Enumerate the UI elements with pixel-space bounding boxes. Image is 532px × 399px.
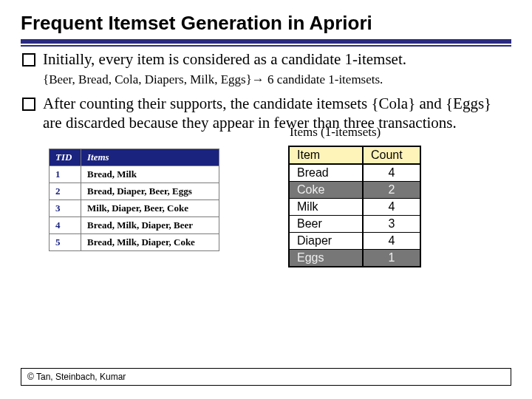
- slide: Frequent Itemset Generation in Apriori I…: [0, 0, 532, 399]
- it-item: Eggs: [289, 250, 363, 267]
- table-row: Bread4: [289, 164, 420, 182]
- table-row: Beer3: [289, 216, 420, 233]
- table-row: 3Milk, Diaper, Beer, Coke: [50, 200, 219, 217]
- it-item: Beer: [289, 216, 363, 233]
- it-item: Milk: [289, 199, 363, 216]
- bullet-marker-icon: [22, 98, 35, 111]
- slide-title: Frequent Itemset Generation in Apriori: [21, 12, 511, 35]
- table-row: 1Bread, Milk: [50, 166, 219, 183]
- bullet-list: Initially, every item is considered as a…: [22, 50, 511, 132]
- tx-items: Milk, Diaper, Beer, Coke: [81, 200, 219, 217]
- bullet-2: After counting their supports, the candi…: [22, 94, 511, 133]
- table-row: 5Bread, Milk, Diaper, Coke: [50, 234, 219, 251]
- items-caption: Items (1-itemsets): [290, 125, 381, 140]
- it-count: 4: [363, 199, 420, 216]
- tx-items: Bread, Diaper, Beer, Eggs: [81, 183, 219, 200]
- bullet-1: Initially, every item is considered as a…: [22, 50, 511, 69]
- it-count: 4: [363, 233, 420, 250]
- tx-tid: 2: [50, 183, 81, 200]
- it-header-item: Item: [289, 146, 363, 164]
- it-count: 4: [363, 164, 420, 182]
- it-item: Bread: [289, 164, 363, 182]
- itemset-table: Item Count Bread4Coke2Milk4Beer3Diaper4E…: [288, 146, 421, 267]
- tx-tid: 1: [50, 166, 81, 183]
- tx-tid: 5: [50, 234, 81, 251]
- tx-tid: 4: [50, 217, 81, 234]
- tx-header-tid: TID: [50, 149, 81, 166]
- it-count: 1: [363, 250, 420, 267]
- tx-items: Bread, Milk: [81, 166, 219, 183]
- footer-credit: © Tan, Steinbach, Kumar: [21, 368, 511, 386]
- it-header-count: Count: [363, 146, 420, 164]
- table-row: 2Bread, Diaper, Beer, Eggs: [50, 183, 219, 200]
- tables-area: Items (1-itemsets) TID Items 1Bread, Mil…: [21, 143, 511, 290]
- table-row: Diaper4: [289, 233, 420, 250]
- bullet-marker-icon: [22, 53, 35, 66]
- table-row: Coke2: [289, 182, 420, 199]
- tx-items: Bread, Milk, Diaper, Coke: [81, 234, 219, 251]
- table-row: Milk4: [289, 199, 420, 216]
- it-count: 3: [363, 216, 420, 233]
- it-count: 2: [363, 182, 420, 199]
- it-item: Diaper: [289, 233, 363, 250]
- table-row: 4Bread, Milk, Diaper, Beer: [50, 217, 219, 234]
- tx-items: Bread, Milk, Diaper, Beer: [81, 217, 219, 234]
- it-item: Coke: [289, 182, 363, 199]
- tx-header-items: Items: [81, 149, 219, 166]
- tx-tid: 3: [50, 200, 81, 217]
- bullet-1-text: Initially, every item is considered as a…: [43, 50, 511, 69]
- bullet-1-subnote: {Beer, Bread, Cola, Diapers, Milk, Eggs}…: [43, 72, 511, 87]
- transactions-table: TID Items 1Bread, Milk2Bread, Diaper, Be…: [49, 149, 219, 251]
- bullet-2-text: After counting their supports, the candi…: [43, 94, 511, 133]
- table-row: Eggs1: [289, 250, 420, 267]
